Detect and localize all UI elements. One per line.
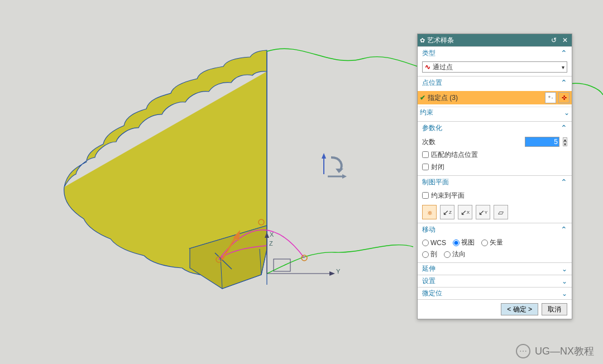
specify-points-row[interactable]: ✔ 指定点 (3) ⁺· ✜ [418, 91, 572, 104]
move-section-radio[interactable]: 剖 [422, 250, 437, 259]
dialog-titlebar[interactable]: ✿ 艺术样条 ↺ ✕ [418, 34, 572, 46]
svg-marker-10 [336, 169, 343, 173]
specify-points-label: 指定点 (3) [428, 93, 458, 103]
section-plane[interactable]: 制图平面⌃ [418, 176, 572, 188]
degree-spinner[interactable]: ▴▾ [563, 137, 567, 146]
section-move[interactable]: 移动⌃ [418, 223, 572, 236]
degree-label: 次数 [422, 137, 436, 147]
axis-x-label: X [270, 231, 274, 238]
plane-csys-button[interactable]: ▱ [494, 205, 508, 219]
point-constructor-button[interactable]: ⁺· [545, 92, 556, 103]
cancel-button[interactable]: 取消 [542, 303, 567, 315]
move-wcs-radio[interactable]: WCS [422, 238, 446, 247]
svg-marker-4 [329, 271, 335, 276]
watermark: ⋯ UG—NX教程 [516, 344, 594, 358]
move-view-radio[interactable]: 视图 [453, 238, 475, 247]
plane-z-button[interactable]: ↙Z [440, 205, 454, 219]
match-knots-checkbox[interactable]: 匹配的结点位置 [422, 150, 567, 160]
watermark-text: UG—NX教程 [535, 344, 594, 358]
section-point[interactable]: 点位置⌃ [418, 76, 572, 89]
plane-xy-button[interactable]: ⨳ [422, 205, 437, 219]
plane-y-button[interactable]: ↙Y [476, 205, 490, 219]
ok-button[interactable]: < 确定 > [501, 303, 538, 315]
section-param[interactable]: 参数化⌃ [418, 122, 572, 134]
rotate-gizmo[interactable] [315, 152, 349, 182]
studio-spline-dialog: ✿ 艺术样条 ↺ ✕ 类型⌃ ∿ 通过点 ▾ 点位置⌃ ✔ 指定点 (3) ⁺· [417, 33, 572, 319]
wave-icon: ∿ [425, 63, 430, 71]
section-settings[interactable]: 设置⌄ [418, 275, 572, 287]
svg-marker-9 [322, 153, 326, 159]
axis-z-label: Z [269, 240, 273, 247]
constrain-plane-checkbox[interactable]: 约束到平面 [422, 190, 567, 200]
axis-y-label: Y [336, 268, 340, 275]
svg-marker-12 [342, 174, 347, 179]
point-target-button[interactable]: ✜ [558, 92, 570, 103]
type-option-label: 通过点 [433, 63, 453, 72]
section-type[interactable]: 类型⌃ [418, 47, 572, 59]
degree-input[interactable] [525, 137, 559, 147]
plane-x-button[interactable]: ↙X [458, 205, 472, 219]
section-extend[interactable]: 延伸⌄ [418, 262, 572, 275]
gear-icon: ✿ [420, 37, 425, 44]
dialog-title-text: 艺术样条 [427, 36, 454, 45]
reset-icon[interactable]: ↺ [549, 36, 558, 44]
check-icon: ✔ [420, 94, 425, 102]
chevron-down-icon: ▾ [562, 64, 564, 70]
section-micro[interactable]: 微定位⌄ [418, 287, 572, 299]
move-normal-radio[interactable]: 法向 [444, 250, 466, 259]
move-vector-radio[interactable]: 矢量 [481, 238, 503, 247]
close-icon[interactable]: ✕ [561, 36, 570, 44]
closed-checkbox[interactable]: 封闭 [422, 162, 567, 172]
constraint-subsection[interactable]: 约束⌄ [418, 107, 572, 118]
wechat-icon: ⋯ [516, 344, 530, 358]
type-dropdown[interactable]: ∿ 通过点 ▾ [422, 61, 567, 73]
